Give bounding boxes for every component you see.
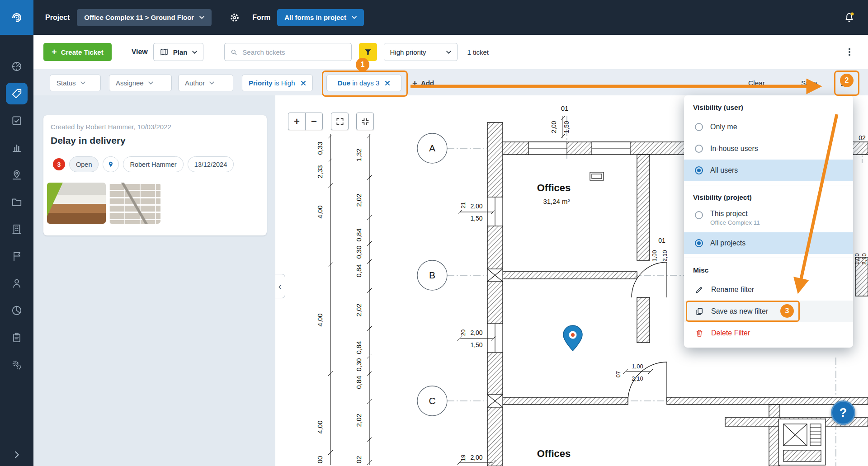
- map-icon: [160, 47, 169, 56]
- project-selector[interactable]: Office Complex 11 > Ground Floor: [77, 9, 212, 26]
- radio-unselected[interactable]: [695, 145, 703, 153]
- sidebar: [0, 0, 33, 466]
- add-filter-button[interactable]: + Add: [412, 75, 434, 91]
- app-logo[interactable]: [0, 0, 33, 35]
- sidebar-item-statistics[interactable]: [6, 137, 28, 159]
- filter-chip-due[interactable]: Due in days 3: [326, 75, 401, 91]
- plan-text: 1,00: [854, 253, 860, 264]
- sidebar-item-reports[interactable]: [6, 245, 28, 267]
- sidebar-item-dashboard[interactable]: [6, 56, 28, 77]
- plus-icon: +: [52, 47, 57, 57]
- compress-icon: [361, 117, 370, 126]
- plan-text: 2,00: [470, 202, 482, 210]
- form-selector[interactable]: All forms in project: [277, 9, 364, 26]
- project-settings-button[interactable]: [229, 12, 241, 24]
- menu-option-this-project[interactable]: This project Office Complex 11: [684, 206, 853, 232]
- more-options-button[interactable]: [844, 47, 854, 57]
- view-mode-dropdown[interactable]: Plan: [153, 43, 203, 61]
- plan-text: B: [429, 270, 435, 280]
- menu-option-all-projects[interactable]: All projects: [684, 232, 853, 254]
- filter-chip-author[interactable]: Author: [178, 75, 233, 91]
- plan-text: 0,84: [355, 228, 363, 241]
- chevron-right-icon: [12, 450, 22, 460]
- priority-chip-label: Priority is High: [249, 79, 295, 87]
- checklist-icon: [11, 115, 23, 127]
- attachment-photo-brick-wall[interactable]: [109, 183, 160, 224]
- radio-selected[interactable]: [695, 239, 703, 247]
- ticket-author-chip[interactable]: Robert Hammer: [123, 156, 183, 172]
- close-icon[interactable]: [385, 80, 390, 86]
- menu-option-label: All projects: [710, 239, 745, 247]
- zoom-in-icon: +: [294, 116, 300, 127]
- filter-chip-status[interactable]: Status: [50, 75, 101, 91]
- create-ticket-button[interactable]: + Create Ticket: [43, 43, 112, 61]
- tag-icon: [11, 88, 23, 99]
- help-button[interactable]: ?: [831, 400, 855, 425]
- plan-text: 19: [460, 455, 467, 461]
- fullscreen-button[interactable]: [331, 113, 349, 130]
- menu-item-delete-filter[interactable]: Delete Filter: [684, 322, 853, 344]
- saved-filter-dropdown[interactable]: High priority: [384, 43, 458, 61]
- sidebar-item-templates[interactable]: [6, 327, 28, 348]
- sidebar-item-tasks[interactable]: [6, 110, 28, 132]
- chevron-down-icon: [446, 51, 451, 54]
- ticket-due-date-chip[interactable]: 13/12/2024: [188, 156, 234, 172]
- sidebar-item-tickets[interactable]: [6, 83, 28, 104]
- menu-item-save-as-new-filter[interactable]: Save as new filter 3: [684, 301, 853, 322]
- save-filter-button[interactable]: Save: [801, 75, 817, 91]
- filter-chip-priority[interactable]: Priority is High: [242, 75, 313, 91]
- plan-text: 2,02: [355, 193, 363, 207]
- ticket-count: 1 ticket: [467, 48, 489, 56]
- menu-option-label: This project: [710, 210, 760, 218]
- kebab-menu-icon: [844, 47, 854, 57]
- ticket-status-chip[interactable]: Open: [69, 156, 99, 172]
- collapse-panel-button[interactable]: ‹: [275, 274, 285, 298]
- dashboard-icon: [11, 61, 23, 72]
- status-chip-label: Status: [57, 79, 76, 87]
- plan-text: 21: [460, 202, 467, 208]
- menu-divider: [684, 258, 853, 258]
- ticket-card[interactable]: Created by Robert Hammer, 10/03/2022 Del…: [43, 115, 267, 235]
- plan-text: 2,10: [661, 250, 668, 261]
- sidebar-item-projects[interactable]: [6, 218, 28, 240]
- menu-option-all-users[interactable]: All users: [684, 160, 853, 181]
- radio-unselected[interactable]: [695, 123, 703, 131]
- sidebar-expand-button[interactable]: [0, 450, 33, 460]
- view-mode-value: Plan: [173, 48, 188, 56]
- sidebar-item-contacts[interactable]: [6, 273, 28, 294]
- question-icon: ?: [840, 406, 847, 420]
- toolbar: + Create Ticket View Plan High priority …: [33, 35, 868, 70]
- ticket-location-chip[interactable]: [103, 156, 119, 172]
- fit-view-button[interactable]: [356, 113, 374, 130]
- plan-text: 31,24 m²: [543, 198, 570, 205]
- logo-swirl-icon: [7, 8, 27, 28]
- ticket-map-pin[interactable]: [563, 325, 582, 351]
- plan-text: 4,00: [316, 420, 324, 433]
- plan-text: 0,30: [355, 358, 363, 371]
- notifications-button[interactable]: [843, 11, 855, 24]
- ticket-priority-badge: 3: [53, 158, 65, 170]
- sidebar-item-analytics[interactable]: [6, 300, 28, 321]
- sidebar-item-settings[interactable]: [6, 354, 28, 376]
- filter-chip-assignee[interactable]: Assignee: [109, 75, 172, 91]
- radio-selected[interactable]: [695, 166, 703, 174]
- sidebar-item-documents[interactable]: [6, 191, 28, 213]
- sidebar-item-plans[interactable]: [6, 164, 28, 186]
- zoom-out-button[interactable]: −: [305, 113, 323, 130]
- clear-filters-button[interactable]: Clear: [748, 75, 765, 91]
- attachment-photo-office[interactable]: [47, 183, 106, 224]
- zoom-in-button[interactable]: +: [288, 113, 306, 130]
- chevron-down-icon: [352, 16, 357, 19]
- radio-unselected[interactable]: [695, 211, 703, 219]
- close-icon[interactable]: [301, 80, 306, 86]
- menu-option-only-me[interactable]: Only me: [684, 116, 853, 138]
- search-input[interactable]: [241, 48, 345, 56]
- plan-text: 1,32: [355, 148, 363, 161]
- plan-text: 0,30: [355, 245, 363, 259]
- menu-item-rename-filter[interactable]: Rename filter: [684, 279, 853, 301]
- menu-item-label: Delete Filter: [711, 329, 750, 337]
- ticket-attachments: [47, 183, 160, 224]
- plan-text: 1,50: [563, 121, 570, 133]
- expand-icon: [335, 117, 344, 126]
- menu-option-inhouse-users[interactable]: In-house users: [684, 138, 853, 160]
